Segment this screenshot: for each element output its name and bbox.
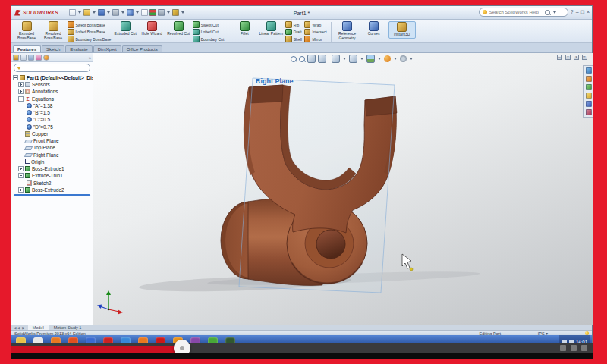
boundary-boss-base-button[interactable]: Boundary Boss/Base (68, 36, 111, 42)
display-style-icon[interactable] (349, 55, 357, 63)
tab-sketch[interactable]: Sketch (42, 46, 64, 52)
rib-button[interactable]: Rib (285, 22, 302, 27)
intersect-button[interactable]: Intersect (304, 30, 327, 35)
tree-item-right-plane[interactable]: Right Plane (11, 152, 93, 158)
tab-evaluate[interactable]: Evaluate (65, 46, 92, 52)
doc-expand-icon[interactable]: ≡ (582, 55, 587, 60)
player-settings-icon[interactable] (571, 345, 577, 351)
lofted-cut-button[interactable]: Lofted Cut (193, 30, 224, 35)
view-orientation-caret-icon[interactable] (343, 58, 346, 60)
help-icon[interactable]: ? (571, 8, 574, 16)
appearance-caret-icon[interactable] (394, 58, 397, 60)
instant3d-button[interactable]: Instant3D (388, 21, 416, 39)
search-input[interactable] (489, 10, 543, 14)
lofted-boss-base-button[interactable]: Lofted Boss/Base (68, 30, 111, 35)
tree-item-sensors[interactable]: Sensors (11, 81, 93, 88)
mirror-button[interactable]: Mirror (304, 36, 327, 42)
undo-icon[interactable] (127, 9, 134, 16)
swept-boss-base-button[interactable]: Swept Boss/Base (68, 22, 111, 27)
displaymanager-tab-icon[interactable] (43, 55, 49, 61)
player-fullscreen-icon[interactable] (581, 345, 587, 351)
custom-properties-icon[interactable] (586, 109, 592, 115)
design-library-icon[interactable] (586, 76, 592, 82)
rebuild-icon[interactable] (149, 9, 156, 16)
doc-restore-icon[interactable]: □ (565, 55, 571, 60)
search-icon[interactable] (545, 10, 550, 15)
open-icon[interactable] (83, 9, 90, 16)
tree-item-equation-b[interactable]: "B"=1.5 (11, 109, 93, 116)
options-icon[interactable] (158, 9, 165, 16)
print-caret-icon[interactable] (121, 11, 124, 14)
reference-geometry-button[interactable]: Reference Geometry (335, 21, 360, 40)
open-caret-icon[interactable] (93, 11, 96, 14)
resources-icon[interactable] (586, 67, 592, 74)
boundary-cut-button[interactable]: Boundary Cut (193, 36, 224, 42)
previous-view-icon[interactable] (307, 55, 316, 63)
hide-show-items-icon[interactable] (366, 55, 375, 63)
wrap-button[interactable]: Wrap (304, 22, 327, 27)
view-settings-icon[interactable] (400, 55, 407, 62)
tree-filter-box[interactable] (14, 64, 90, 72)
tab-features[interactable]: Features (13, 46, 41, 52)
search-box[interactable] (479, 8, 568, 17)
tab-dimxpert[interactable]: DimXpert (93, 46, 121, 52)
save-caret-icon[interactable] (107, 11, 110, 14)
tree-item-equation-d[interactable]: "D"=0.75 (11, 124, 93, 130)
fillet-button[interactable]: Fillet (232, 21, 256, 36)
tree-item-front-plane[interactable]: Front Plane (11, 137, 93, 144)
file-explorer-icon[interactable] (586, 84, 592, 90)
section-view-icon[interactable] (318, 55, 326, 63)
minimize-icon[interactable]: – (576, 8, 579, 16)
tree-item-equation-c[interactable]: "C"=0.5 (11, 116, 93, 123)
tree-item-boss-extrude2[interactable]: Boss-Extrude2 (11, 187, 93, 193)
hide-show-caret-icon[interactable] (378, 58, 381, 60)
tree-item-top-plane[interactable]: Top Plane (11, 144, 93, 151)
new-caret-icon[interactable] (78, 11, 81, 14)
tree-item-material[interactable]: Copper (11, 130, 93, 137)
rollback-bar[interactable] (14, 194, 90, 196)
options-caret-icon[interactable] (167, 11, 170, 14)
revolved-boss-base-button[interactable]: Revolved Boss/Base (41, 21, 65, 40)
appearance-icon[interactable] (172, 9, 179, 16)
print-icon[interactable] (112, 9, 119, 16)
shell-button[interactable]: Shell (285, 36, 302, 42)
revolved-cut-button[interactable]: Revolved Cut (166, 21, 190, 36)
featuremanager-tab-icon[interactable] (13, 55, 19, 61)
panel-chevron-icon[interactable]: » (89, 55, 91, 60)
undo-caret-icon[interactable] (136, 11, 139, 14)
extruded-boss-base-button[interactable]: Extruded Boss/Base (14, 21, 39, 40)
curves-button[interactable]: Curves (362, 21, 386, 36)
tree-item-annotations[interactable]: Annotations (11, 88, 93, 95)
graphics-viewport[interactable]: Right Plane (93, 53, 593, 325)
select-icon[interactable] (141, 9, 148, 16)
tree-item-equations[interactable]: Equations (11, 96, 93, 102)
tree-item-boss-extrude1[interactable]: Boss-Extrude1 (11, 165, 93, 172)
doc-close-icon[interactable]: × (574, 55, 579, 60)
view-palette-icon[interactable] (586, 93, 592, 99)
draft-button[interactable]: Draft (285, 30, 302, 35)
player-quality-icon[interactable] (560, 345, 566, 351)
edit-appearance-icon[interactable] (384, 55, 391, 62)
hole[interactable] (316, 230, 345, 259)
close-icon[interactable]: × (587, 8, 590, 16)
tab-nav-icons[interactable]: ◀◀ ▶ (14, 326, 26, 330)
search-caret-icon[interactable] (553, 11, 556, 14)
new-document-icon[interactable] (69, 9, 76, 16)
propertymanager-tab-icon[interactable] (20, 55, 27, 61)
view-orientation-icon[interactable] (332, 55, 340, 63)
root-collapse-icon[interactable] (13, 75, 18, 80)
save-icon[interactable] (98, 9, 105, 16)
hole-wizard-button[interactable]: Hole Wizard (140, 21, 164, 36)
doc-minimize-icon[interactable]: – (557, 55, 562, 60)
zoom-area-icon[interactable] (299, 56, 305, 62)
configurationmanager-tab-icon[interactable] (28, 55, 34, 61)
tree-item-origin[interactable]: Origin (11, 158, 93, 165)
dimxpertmanager-tab-icon[interactable] (36, 55, 42, 61)
display-style-caret-icon[interactable] (360, 58, 363, 60)
linear-pattern-button[interactable]: Linear Pattern (259, 21, 283, 36)
extruded-cut-button[interactable]: Extruded Cut (113, 21, 137, 36)
tab-office-products[interactable]: Office Products (122, 46, 162, 52)
appearance-caret-icon[interactable] (181, 11, 184, 14)
restore-icon[interactable]: □ (581, 8, 584, 16)
swept-cut-button[interactable]: Swept Cut (193, 22, 224, 27)
